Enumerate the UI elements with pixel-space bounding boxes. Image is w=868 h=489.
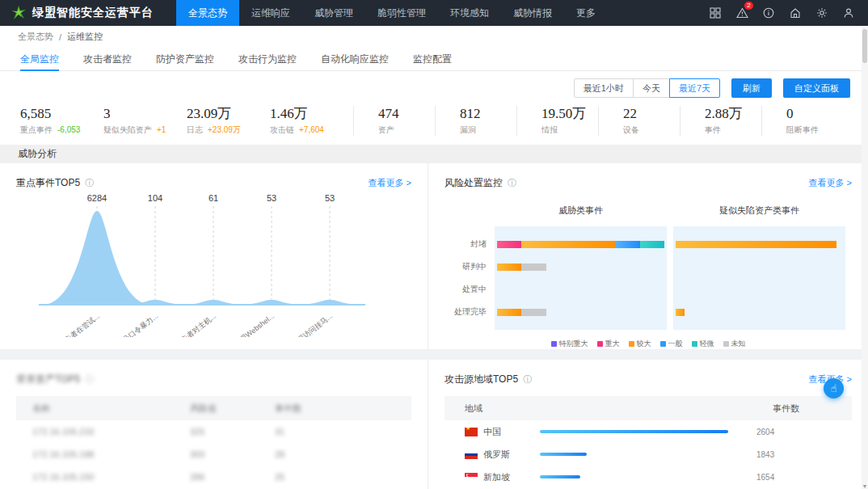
time-range-today[interactable]: 今天	[633, 78, 670, 98]
info-circle-icon[interactable]	[762, 6, 775, 19]
kpi-stats-row: 6,585重点事件-6,0533疑似失陷资产+123.09万日志+23.09万1…	[0, 103, 868, 145]
main-menu: 全景态势 运维响应 威胁管理 脆弱性管理 环境感知 威胁情报 更多	[176, 0, 608, 26]
section-title-text: 威胁分析	[18, 147, 57, 161]
apps-grid-icon[interactable]	[709, 6, 722, 19]
kpi-value: 0	[786, 106, 836, 122]
monitor-tabs: 全局监控 攻击者监控 防护资产监控 攻击行为监控 自动化响应监控 监控配置	[0, 48, 868, 71]
kpi-label: 疑似失陷资产+1	[103, 124, 180, 136]
tab-attacker-monitor[interactable]: 攻击者监控	[83, 48, 132, 70]
risk-bar-segment	[676, 309, 685, 316]
legend-swatch	[551, 341, 557, 347]
top-events-view-more-link[interactable]: 查看更多 >	[369, 177, 412, 189]
risk-panel-view-more-link[interactable]: 查看更多 >	[809, 177, 853, 189]
nav-item-more[interactable]: 更多	[564, 0, 608, 26]
kpi-stat: 0阻断事件	[761, 106, 843, 136]
region-bar-track	[540, 475, 742, 478]
victim-cell-redacted: 31	[275, 427, 360, 436]
page-scrollbar[interactable]: ▼	[862, 26, 868, 489]
peak-category-label: 账号口令暴力...	[116, 312, 160, 337]
alert-triangle-icon[interactable]: 2	[735, 6, 748, 19]
country-flag-icon-ru	[465, 450, 478, 459]
bottom-panels: 受害资产TOP5 ⓘ 名称 风险值 事件数 172.16.105.2333253…	[0, 360, 868, 489]
nav-item-threat-intel[interactable]: 威胁情报	[501, 0, 564, 26]
victim-cell-redacted: 172.16.105.188	[16, 449, 190, 459]
legend-label: 轻微	[700, 339, 714, 349]
info-circle-icon[interactable]: ⓘ	[85, 177, 94, 189]
risk-bar-segment	[497, 309, 521, 316]
tab-attack-behavior-monitor[interactable]: 攻击行为监控	[238, 48, 297, 70]
risk-row-label: 处置中	[445, 284, 495, 295]
nav-item-env-awareness[interactable]: 环境感知	[438, 0, 501, 26]
peak-value-label: 53	[267, 193, 276, 203]
risk-bar-segment	[497, 263, 521, 271]
kpi-stat: 6,585重点事件-6,053	[20, 106, 103, 136]
tab-global-monitor[interactable]: 全局监控	[20, 48, 59, 70]
region-panel-title: 攻击源地域TOP5	[445, 373, 518, 386]
info-circle-icon: ⓘ	[85, 373, 94, 386]
legend-label: 重大	[605, 339, 620, 349]
custom-panel-button[interactable]: 自定义面板	[783, 78, 850, 98]
kpi-stat: 22设备	[598, 106, 680, 136]
info-circle-icon[interactable]: ⓘ	[508, 177, 516, 189]
kpi-label: 设备	[623, 124, 673, 136]
time-range-last-hour[interactable]: 最近1小时	[574, 78, 634, 98]
refresh-button[interactable]: 刷新	[731, 78, 772, 98]
section-title-threat-analysis: 威胁分析	[0, 145, 868, 163]
risk-bar-segment	[521, 309, 546, 316]
kpi-label: 日志+23.09万	[187, 124, 263, 136]
tab-protected-assets-monitor[interactable]: 防护资产监控	[156, 48, 214, 70]
region-table-row: 俄罗斯1843	[445, 443, 852, 466]
risk-panel-title: 风险处置监控	[445, 176, 503, 190]
region-bar-fill	[540, 430, 728, 433]
victim-table-row: 172.16.105.23332531	[16, 420, 411, 443]
risk-bar-segment	[615, 241, 640, 248]
risk-chart-column-titles: 威胁类事件 疑似失陷资产类事件	[445, 204, 852, 217]
region-col-events: 事件数	[773, 403, 852, 415]
region-event-count: 1654	[756, 473, 821, 482]
scrollbar-thumb[interactable]	[862, 29, 867, 63]
risk-bar-cell	[673, 301, 845, 323]
breadcrumb: 全景态势 / 运维监控	[0, 26, 868, 48]
tab-monitor-config[interactable]: 监控配置	[413, 48, 452, 70]
kpi-label: 阻断事件	[786, 124, 836, 136]
gear-icon[interactable]	[815, 6, 828, 19]
hand-pointer-icon[interactable]: ☝	[824, 378, 844, 398]
risk-bar-cell	[495, 323, 667, 330]
victim-col-risk: 风险值	[190, 403, 275, 415]
home-icon[interactable]	[789, 6, 802, 19]
risk-bar-cell	[495, 233, 667, 255]
victim-table-row: 172.16.105.15028625	[16, 466, 411, 488]
peak-value-label: 6284	[87, 193, 107, 203]
breadcrumb-root[interactable]: 全景态势	[18, 31, 53, 43]
region-table-rows: 中国2604俄罗斯1843新加坡1654美国1324印度999	[445, 420, 852, 489]
risk-row: 处理完毕	[445, 301, 852, 323]
kpi-value: 22	[623, 106, 673, 122]
risk-disposal-panel: 风险处置监控 ⓘ 查看更多 > 威胁类事件 疑似失陷资产类事件 封堵研判中处置中…	[428, 163, 868, 349]
victim-col-name: 名称	[16, 403, 190, 415]
legend-label: 较大	[637, 339, 651, 349]
user-icon[interactable]	[842, 6, 855, 19]
scrollbar-down-arrow[interactable]: ▼	[862, 483, 868, 489]
risk-bar-cell	[495, 278, 667, 301]
kpi-label: 攻击链+7,604	[270, 124, 347, 136]
nav-item-ops-response[interactable]: 运维响应	[239, 0, 302, 26]
info-circle-icon[interactable]: ⓘ	[523, 373, 532, 386]
risk-col-threat-events: 威胁类事件	[495, 204, 667, 217]
region-bar-track	[540, 430, 742, 433]
tab-auto-response-monitor[interactable]: 自动化响应监控	[321, 48, 389, 70]
victim-cell-redacted: 172.16.105.233	[16, 427, 190, 436]
kpi-stat: 812漏洞	[435, 106, 516, 136]
kpi-value: 474	[378, 106, 428, 122]
nav-item-threat-mgmt[interactable]: 威胁管理	[302, 0, 365, 26]
risk-bar-cell	[673, 323, 845, 330]
region-table-header: 地域 事件数	[445, 396, 852, 420]
attack-region-panel: 攻击源地域TOP5 ⓘ 查看更多 > 地域 事件数 中国2604俄罗斯1843新…	[428, 360, 868, 489]
peak-category-label: 发现访问挂马...	[290, 312, 335, 337]
nav-item-panorama[interactable]: 全景态势	[176, 0, 239, 26]
legend-swatch	[597, 341, 603, 347]
nav-item-vuln-mgmt[interactable]: 脆弱性管理	[365, 0, 438, 26]
top-events-area-chart: 6284攻击者在尝试...104账号口令暴力...61攻击者对主机...53发现…	[16, 192, 404, 337]
kpi-label: 漏洞	[460, 124, 510, 136]
time-range-last-7-days[interactable]: 最近7天	[669, 78, 720, 98]
kpi-value: 3	[103, 106, 180, 122]
